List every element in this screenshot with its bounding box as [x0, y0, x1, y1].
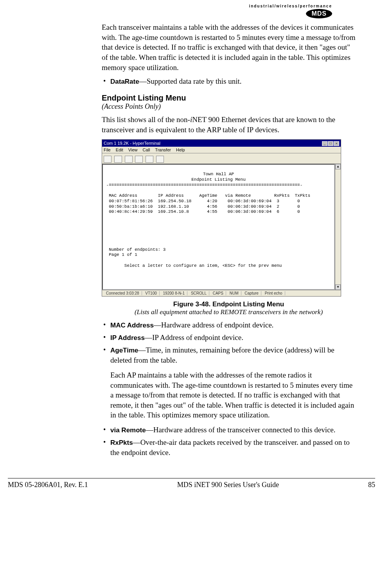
- footer-rule: [8, 478, 375, 478]
- screen-divider: -=======================================…: [104, 183, 302, 187]
- section-paragraph: This list shows all of the non-iNET 900 …: [102, 115, 356, 135]
- term-viaremote: via Remote: [110, 426, 146, 434]
- scroll-up-icon[interactable]: ▲: [335, 164, 341, 169]
- terminal-toolbar: [102, 153, 341, 164]
- desc-agetime: —Time, in minutes, remaining before the …: [110, 346, 334, 364]
- status-num: NUM: [227, 291, 241, 295]
- page-footer: MDS 05-2806A01, Rev. E.1 MDS iNET 900 Se…: [0, 481, 383, 493]
- screen-title-2: Endpoint Listing Menu: [104, 177, 333, 183]
- desc-datarate: —Supported data rate by this unit.: [139, 77, 242, 85]
- menu-view[interactable]: View: [128, 147, 138, 152]
- desc-mac: —Hardware address of endpoint device.: [154, 321, 274, 329]
- tool-open-icon[interactable]: [114, 156, 122, 163]
- screen-header: MAC Address IP Address AgeTime via Remot…: [104, 193, 310, 198]
- brand-logo: MDS: [306, 9, 332, 18]
- tool-new-icon[interactable]: [104, 156, 111, 163]
- status-caps: CAPS: [210, 291, 226, 295]
- window-controls: _□×: [322, 140, 339, 146]
- status-baud: 19200 8-N-1: [161, 291, 188, 295]
- terminal-menubar: File Edit View Call Transfer Help: [102, 147, 341, 153]
- menu-file[interactable]: File: [104, 147, 111, 152]
- status-capture: Capture: [242, 291, 261, 295]
- screen-row-0: 00:07:5f:81:56:26 169.254.50.18 4:20 00:…: [104, 199, 300, 203]
- bullet-datarate: DataRate—Supported data rate by this uni…: [102, 76, 356, 86]
- bullet-mac: MAC Address—Hardware address of endpoint…: [102, 320, 356, 330]
- minimize-icon[interactable]: _: [322, 141, 327, 146]
- term-mac: MAC Address: [110, 322, 154, 329]
- close-icon[interactable]: ×: [334, 141, 339, 146]
- screen-row-1: 00:50:ba:1b:a6:10 192.168.1.10 4:56 00:0…: [104, 204, 300, 209]
- desc-viaremote: —Hardware address of the transceiver con…: [146, 426, 336, 434]
- menu-transfer[interactable]: Transfer: [155, 147, 171, 152]
- status-connected: Connected 3:03:28: [104, 291, 142, 295]
- screen-page: Page 1 of 1: [104, 252, 137, 257]
- terminal-statusbar: Connected 3:03:28 VT100 19200 8-N-1 SCRO…: [102, 290, 341, 296]
- section-subtitle: (Access Points Only): [102, 102, 356, 111]
- status-echo: Print echo: [263, 291, 285, 295]
- menu-call[interactable]: Call: [143, 147, 150, 152]
- desc-rxpkts: —Over-the-air data packets received by t…: [110, 438, 350, 457]
- menu-help[interactable]: Help: [176, 147, 185, 152]
- terminal-titlebar: Com 1 19.2K - HyperTerminal _□×: [102, 140, 341, 147]
- menu-edit[interactable]: Edit: [116, 147, 123, 152]
- term-rxpkts: RxPkts: [110, 439, 133, 446]
- desc-ip: —IP Address of endpoint device.: [145, 333, 243, 342]
- status-term: VT100: [143, 291, 159, 295]
- screen-endpoints: Number of endpoints: 3: [104, 247, 165, 252]
- term-ip: IP Address: [110, 334, 145, 342]
- footer-center: MDS iNET 900 Series User's Guide: [177, 481, 279, 489]
- tool-props-icon[interactable]: [156, 156, 164, 163]
- tool-send-icon[interactable]: [146, 156, 153, 163]
- terminal-body: Town Hall APEndpoint Listing Menu -=====…: [102, 164, 335, 290]
- screen-title-1: Town Hall AP: [104, 172, 333, 177]
- bullet-agetime: AgeTime—Time, in minutes, remaining befo…: [102, 345, 356, 365]
- tool-disconnect-icon[interactable]: [135, 156, 143, 163]
- scroll-down-icon[interactable]: ▼: [335, 284, 341, 290]
- brand-tagline: industrial/wireless/performance: [23, 4, 332, 8]
- tool-connect-icon[interactable]: [125, 156, 133, 163]
- terminal-window: Com 1 19.2K - HyperTerminal _□× File Edi…: [102, 139, 341, 297]
- status-scroll: SCROLL: [189, 291, 209, 295]
- screen-row-2: 00:40:8c:44:29:59 169.254.10.8 4:55 00:0…: [104, 209, 300, 214]
- brand-header: industrial/wireless/performance MDS: [23, 4, 360, 18]
- term-datarate: DataRate: [110, 78, 139, 85]
- intro-paragraph: Each transceiver maintains a table with …: [102, 22, 356, 72]
- maximize-icon[interactable]: □: [328, 141, 333, 146]
- footer-left: MDS 05-2806A01, Rev. E.1: [8, 481, 88, 489]
- footer-right: 85: [368, 481, 375, 489]
- figure-subcaption: (Lists all equipment attached to REMOTE …: [102, 308, 356, 316]
- bullet-rxpkts: RxPkts—Over-the-air data packets receive…: [102, 437, 356, 458]
- terminal-title: Com 1 19.2K - HyperTerminal: [104, 141, 160, 146]
- bullet-ip: IP Address—IP Address of endpoint device…: [102, 333, 356, 343]
- section-title: Endpoint Listing Menu: [102, 94, 356, 102]
- bullet-viaremote: via Remote—Hardware address of the trans…: [102, 425, 356, 435]
- term-agetime: AgeTime: [110, 347, 138, 354]
- screen-prompt: Select a letter to configure an item, <E…: [104, 263, 282, 268]
- figure-caption: Figure 3-48. Endpoint Listing Menu: [102, 300, 356, 308]
- terminal-scrollbar[interactable]: ▲ ▼: [335, 164, 341, 290]
- agetime-paragraph: Each AP maintains a table with the addre…: [110, 370, 356, 420]
